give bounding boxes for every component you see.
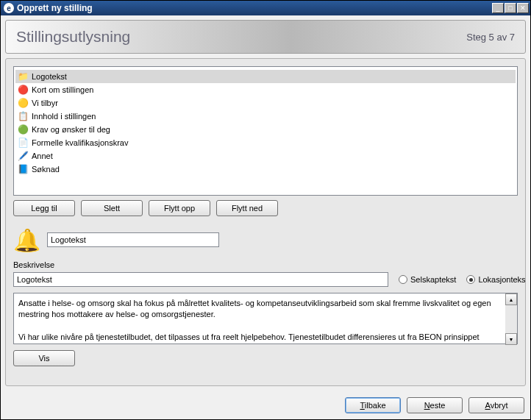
show-row: Vis [13,350,518,366]
list-item-icon: 📄 [17,137,29,149]
list-item-icon: 📋 [17,110,29,122]
list-item-label: Kort om stillingen [32,85,93,94]
radio-icon [399,275,407,284]
section-title-row: 🔔 [13,227,518,253]
list-item[interactable]: 📁Logotekst [15,70,516,83]
list-item[interactable]: 🔴Kort om stillingen [15,83,516,96]
list-item-icon: 🔴 [17,84,29,96]
list-item[interactable]: 🖊️Annet [15,149,516,163]
list-item-label: Krav og ønsker til deg [32,125,110,134]
add-button[interactable]: Legg til [13,200,75,216]
list-item-icon: 📘 [17,163,29,175]
list-item-label: Innhold i stillingen [32,112,96,121]
radio-company[interactable]: Selskaptekst [399,275,456,284]
titlebar: e Opprett ny stilling _ □ ✕ [1,1,530,15]
window-controls: _ □ ✕ [491,3,529,13]
textarea-scrollbar[interactable]: ▲ ▼ [505,293,517,345]
wizard-header: Stillingsutlysning Steg 5 av 7 [5,20,526,54]
bell-icon: 🔔 [13,227,40,253]
delete-button[interactable]: Slett [81,200,143,216]
window-title: Opprett ny stilling [17,3,491,13]
list-item[interactable]: 🟡Vi tilbyr [15,96,516,110]
move-down-button[interactable]: Flytt ned [216,200,278,216]
list-item-icon: 🟢 [17,124,29,135]
step-indicator: Steg 5 av 7 [466,32,515,43]
scroll-track[interactable] [505,305,517,333]
radio-location[interactable]: Lokasjontekst [466,275,526,284]
close-button[interactable]: ✕ [517,3,529,13]
list-item[interactable]: 🟢Krav og ønsker til deg [15,123,516,136]
list-item[interactable]: 📘Søknad [15,163,516,176]
description-row: Selskaptekst Lokasjontekst [13,272,518,287]
list-item-label: Formelle kvalifikasjonskrav [32,138,128,147]
list-item-label: Vi tilbyr [32,99,58,107]
content-area: Stillingsutlysning Steg 5 av 7 📁Logoteks… [1,15,530,391]
move-up-button[interactable]: Flytt opp [149,200,210,216]
page-title: Stillingsutlysning [16,28,466,46]
scroll-down-icon[interactable]: ▼ [505,333,517,345]
list-item-icon: 🖊️ [17,150,29,162]
list-item-label: Annet [32,152,53,160]
radio-company-label: Selskaptekst [410,275,456,284]
list-item-icon: 🟡 [17,97,29,109]
list-item[interactable]: 📄Formelle kvalifikasjonskrav [15,136,516,149]
list-item[interactable]: 📋Innhold i stillingen [15,110,516,123]
list-button-row: Legg til Slett Flytt opp Flytt ned [13,200,518,216]
app-icon: e [4,3,14,13]
next-button[interactable]: Neste [407,397,463,413]
section-title-input[interactable] [47,232,219,247]
radio-location-label: Lokasjontekst [478,275,526,284]
dialog-window: e Opprett ny stilling _ □ ✕ Stillingsutl… [0,0,531,420]
list-item-label: Logotekst [32,72,67,81]
description-label: Beskrivelse [13,260,518,269]
scroll-up-icon[interactable]: ▲ [505,293,517,305]
back-button[interactable]: Tilbake [345,397,401,413]
description-input[interactable] [13,272,388,287]
radio-icon [466,275,475,284]
list-item-icon: 📁 [17,71,29,82]
wizard-footer: Tilbake Neste Avbryt [1,391,530,419]
maximize-button[interactable]: □ [505,3,516,13]
section-list[interactable]: 📁Logotekst🔴Kort om stillingen🟡Vi tilbyr📋… [13,66,518,196]
minimize-button[interactable]: _ [492,3,504,13]
body-text-wrap: ▲ ▼ [13,293,518,346]
list-item-label: Søknad [32,165,60,174]
show-button[interactable]: Vis [13,350,75,366]
cancel-button[interactable]: Avbryt [468,397,524,413]
main-panel: 📁Logotekst🔴Kort om stillingen🟡Vi tilbyr📋… [5,58,526,386]
body-textarea[interactable] [13,293,518,344]
